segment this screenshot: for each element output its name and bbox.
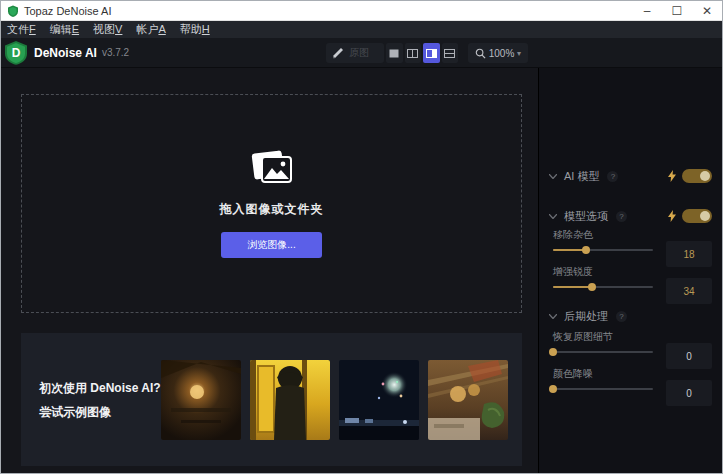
compare-label: 原图 <box>349 46 369 60</box>
section-post-processing: 后期处理 ? <box>549 308 712 324</box>
slider-label: 增强锐度 <box>553 265 712 279</box>
samples-heading-line2: 尝试示例图像 <box>39 400 161 424</box>
lightning-icon <box>668 170 676 182</box>
chevron-down-icon[interactable] <box>549 314 557 319</box>
remove-noise-slider[interactable] <box>553 249 653 251</box>
single-view-icon <box>389 49 399 58</box>
menu-bar: 文件F 编辑E 视图V 帐户A 帮助H <box>1 21 722 38</box>
single-view-button[interactable] <box>386 43 403 63</box>
app-name: DeNoise AI <box>34 46 97 60</box>
help-icon[interactable]: ? <box>616 211 627 222</box>
split-view-button[interactable] <box>405 43 422 63</box>
recover-detail-slider[interactable] <box>553 351 653 353</box>
section-title: AI 模型 <box>564 169 599 184</box>
menu-account[interactable]: 帐户A <box>136 22 165 37</box>
zoom-level: 100% <box>489 48 515 59</box>
recover-detail-slider-row: 恢复原图细节 0 <box>553 330 712 370</box>
menu-help[interactable]: 帮助H <box>180 22 210 37</box>
chevron-down-icon: ▾ <box>517 49 521 58</box>
section-title: 后期处理 <box>564 309 608 324</box>
denoise-logo-icon: D <box>4 40 28 65</box>
sample-thumbnails <box>161 360 508 440</box>
maximize-button[interactable]: ☐ <box>662 1 692 20</box>
recover-detail-value[interactable]: 0 <box>666 343 712 369</box>
help-icon[interactable]: ? <box>616 311 627 322</box>
sample-images-card: 初次使用 DeNoise AI? 尝试示例图像 <box>21 333 522 466</box>
model-options-toggle[interactable] <box>682 209 712 223</box>
lightning-icon <box>668 210 676 222</box>
section-model-options: 模型选项 ? <box>549 208 712 224</box>
browse-images-button[interactable]: 浏览图像... <box>221 232 321 258</box>
svg-text:D: D <box>12 46 21 60</box>
dual-view-button[interactable] <box>442 43 459 63</box>
help-icon[interactable]: ? <box>607 171 618 182</box>
image-drop-zone[interactable]: 拖入图像或文件夹 浏览图像... <box>21 94 522 313</box>
compare-icon <box>332 47 344 59</box>
zoom-control[interactable]: 100% ▾ <box>468 43 528 63</box>
slider-thumb[interactable] <box>582 246 590 254</box>
title-bar: Topaz DeNoise AI – ☐ ✕ <box>1 1 722 21</box>
menu-view[interactable]: 视图V <box>93 22 122 37</box>
samples-heading-line1: 初次使用 DeNoise AI? <box>39 376 161 400</box>
window-controls: – ☐ ✕ <box>632 1 722 20</box>
drop-hint-text: 拖入图像或文件夹 <box>220 201 324 218</box>
magnifier-icon <box>475 48 486 59</box>
section-title: 模型选项 <box>564 209 608 224</box>
app-version: v3.7.2 <box>102 47 129 58</box>
compare-original-button[interactable]: 原图 <box>326 43 384 63</box>
main-area: 拖入图像或文件夹 浏览图像... 初次使用 DeNoise AI? 尝试示例图像 <box>1 68 722 473</box>
enhance-sharpness-slider[interactable] <box>553 286 653 288</box>
topaz-denoise-window: { "window": { "title": "Topaz DeNoise AI… <box>0 0 723 474</box>
minimize-button[interactable]: – <box>632 1 662 20</box>
section-ai-model: AI 模型 ? <box>549 168 712 184</box>
dual-view-icon <box>444 49 455 58</box>
close-button[interactable]: ✕ <box>692 1 722 20</box>
chevron-down-icon[interactable] <box>549 214 557 219</box>
menu-file[interactable]: 文件F <box>7 22 36 37</box>
remove-noise-value[interactable]: 18 <box>666 241 712 267</box>
ai-model-toggle[interactable] <box>682 169 712 183</box>
menu-edit[interactable]: 编辑E <box>50 22 79 37</box>
view-mode-group <box>386 43 458 63</box>
app-shield-icon <box>7 5 19 17</box>
chevron-down-icon[interactable] <box>549 174 557 179</box>
side-by-side-view-icon <box>426 49 437 58</box>
color-noise-slider-row: 颜色降噪 0 <box>553 367 712 407</box>
color-noise-slider[interactable] <box>553 388 653 390</box>
photos-icon <box>249 149 295 187</box>
slider-label: 恢复原图细节 <box>553 330 712 344</box>
slider-label: 颜色降噪 <box>553 367 712 381</box>
settings-panel: AI 模型 ? 模型选项 ? 移除 <box>538 68 722 473</box>
workspace: 拖入图像或文件夹 浏览图像... 初次使用 DeNoise AI? 尝试示例图像 <box>1 68 538 473</box>
enhance-sharpness-value[interactable]: 34 <box>666 278 712 304</box>
sample-image-fireworks[interactable] <box>339 360 419 440</box>
slider-label: 移除杂色 <box>553 228 712 242</box>
side-by-side-view-button[interactable] <box>423 43 440 63</box>
color-noise-value[interactable]: 0 <box>666 380 712 406</box>
enhance-sharpness-slider-row: 增强锐度 34 <box>553 265 712 305</box>
window-title: Topaz DeNoise AI <box>24 5 111 17</box>
sample-image-lantern-interior[interactable] <box>161 360 241 440</box>
slider-thumb[interactable] <box>588 283 596 291</box>
slider-thumb[interactable] <box>549 348 557 356</box>
split-view-icon <box>407 49 418 58</box>
brand: D DeNoise AI v3.7.2 <box>4 40 129 65</box>
sample-image-stained-glass[interactable] <box>250 360 330 440</box>
samples-heading: 初次使用 DeNoise AI? 尝试示例图像 <box>39 376 161 424</box>
slider-thumb[interactable] <box>549 385 557 393</box>
remove-noise-slider-row: 移除杂色 18 <box>553 228 712 268</box>
toolbar: D DeNoise AI v3.7.2 原图 <box>1 38 722 68</box>
sample-image-market-interior[interactable] <box>428 360 508 440</box>
